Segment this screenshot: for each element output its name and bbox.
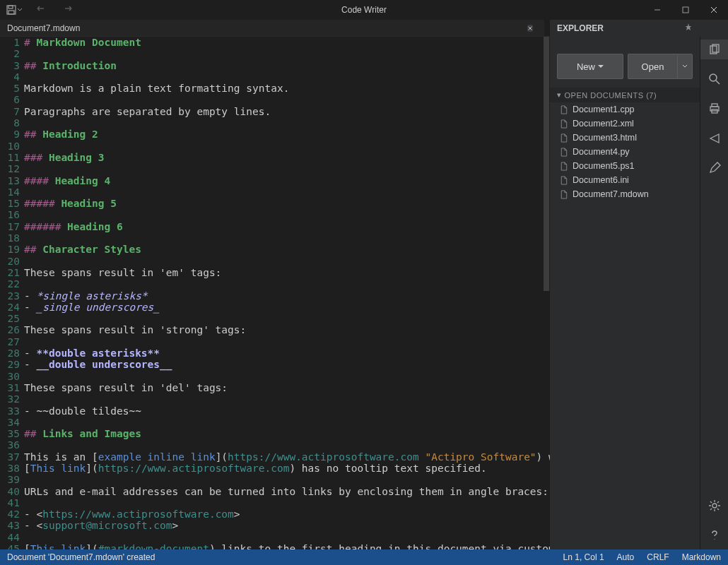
tabbar: Document7.mdown	[0, 20, 550, 37]
document-item[interactable]: Document3.html	[550, 131, 700, 145]
document-item[interactable]: Document1.cpp	[550, 102, 700, 117]
document-name: Document1.cpp	[573, 105, 635, 114]
language-mode[interactable]: Markdown	[682, 552, 721, 562]
document-name: Document6.ini	[573, 175, 629, 185]
cursor-position[interactable]: Ln 1, Col 1	[563, 552, 604, 562]
svg-point-6	[710, 74, 717, 81]
document-name: Document5.ps1	[573, 161, 635, 171]
tab-close-button[interactable]	[527, 23, 537, 33]
tab-label: Document7.mdown	[7, 23, 80, 33]
code-area[interactable]: # Markdown Document ## Introduction Mark…	[24, 37, 550, 549]
svg-rect-2	[8, 11, 14, 14]
document-item[interactable]: Document7.mdown	[550, 187, 700, 201]
code-editor[interactable]: 1234567891011121314151617181920212223242…	[0, 37, 550, 549]
search-icon[interactable]	[700, 69, 729, 89]
line-ending[interactable]: CRLF	[647, 552, 669, 562]
help-icon[interactable]	[700, 525, 729, 545]
svg-point-10	[712, 504, 717, 508]
line-gutter: 1234567891011121314151617181920212223242…	[0, 37, 24, 549]
settings-icon[interactable]	[700, 496, 729, 516]
encoding[interactable]: Auto	[617, 552, 635, 562]
app-title: Code Writer	[341, 5, 387, 15]
svg-rect-8	[712, 104, 717, 107]
sidebar	[700, 37, 728, 549]
svg-rect-1	[8, 6, 13, 8]
new-button[interactable]: New	[557, 54, 623, 79]
save-button[interactable]	[6, 4, 23, 16]
status-message: Document 'Document7.mdown' created	[7, 552, 563, 562]
open-dropdown[interactable]	[677, 54, 693, 79]
open-button[interactable]: Open	[628, 54, 677, 79]
maximize-button[interactable]	[671, 0, 700, 20]
document-name: Document3.html	[573, 133, 637, 143]
explorer-header: EXPLORER	[550, 20, 700, 37]
open-documents-header[interactable]: ▾ OPEN DOCUMENTS (7)	[550, 88, 700, 102]
document-name: Document4.py	[573, 147, 630, 157]
minimize-button[interactable]	[643, 0, 671, 20]
document-name: Document7.mdown	[573, 189, 649, 199]
explorer-panel: New Open ▾ OPEN DOCUMENTS (7) Document1.…	[550, 37, 700, 549]
chevron-down-icon: ▾	[557, 90, 562, 100]
explorer-title: EXPLORER	[557, 23, 604, 33]
titlebar: Code Writer	[0, 0, 728, 20]
document-item[interactable]: Document4.py	[550, 145, 700, 159]
document-tab[interactable]: Document7.mdown	[0, 20, 544, 36]
pin-icon[interactable]	[684, 23, 693, 34]
share-icon[interactable]	[700, 129, 729, 148]
vertical-scrollbar[interactable]	[543, 37, 550, 549]
svg-rect-3	[683, 7, 688, 13]
document-item[interactable]: Document2.xml	[550, 117, 700, 131]
document-item[interactable]: Document6.ini	[550, 173, 700, 187]
close-window-button[interactable]	[700, 0, 728, 20]
redo-button[interactable]	[61, 4, 74, 16]
print-icon[interactable]	[700, 99, 729, 119]
document-list: Document1.cppDocument2.xmlDocument3.html…	[550, 102, 700, 201]
scrollbar-thumb[interactable]	[544, 37, 549, 291]
undo-button[interactable]	[35, 4, 48, 16]
documents-icon[interactable]	[700, 40, 729, 59]
edit-icon[interactable]	[700, 158, 729, 178]
statusbar: Document 'Document7.mdown' created Ln 1,…	[0, 549, 728, 565]
document-item[interactable]: Document5.ps1	[550, 159, 700, 173]
document-name: Document2.xml	[573, 119, 634, 129]
